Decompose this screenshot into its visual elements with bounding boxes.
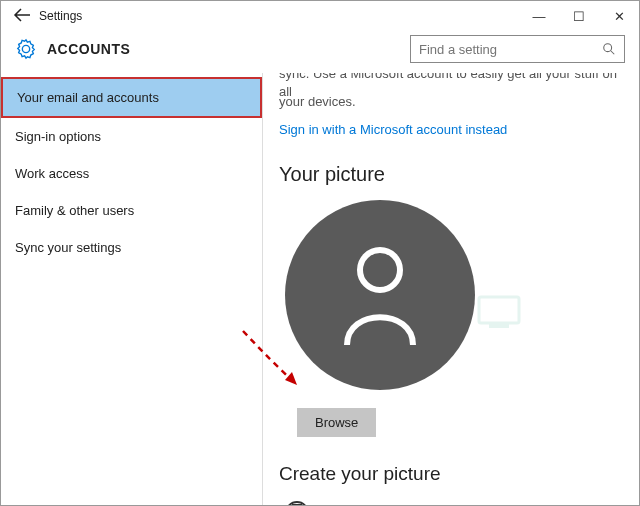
page-title: ACCOUNTS — [47, 41, 130, 57]
sidebar-item-sync-settings[interactable]: Sync your settings — [1, 229, 262, 266]
body: Your email and accounts Sign-in options … — [1, 73, 639, 506]
sidebar-item-label: Family & other users — [15, 203, 134, 218]
close-button[interactable]: ✕ — [599, 1, 639, 31]
settings-window: Settings — ☐ ✕ ACCOUNTS Your email and a… — [0, 0, 640, 506]
search-input[interactable] — [419, 42, 602, 57]
content-pane: sync. Use a Microsoft account to easily … — [263, 73, 639, 506]
person-icon — [335, 240, 425, 350]
avatar-container — [279, 200, 619, 390]
svg-line-1 — [611, 51, 615, 55]
your-picture-heading: Your picture — [279, 163, 619, 186]
camera-icon — [283, 499, 311, 506]
svg-point-0 — [604, 44, 612, 52]
create-picture-heading: Create your picture — [279, 463, 619, 485]
sidebar-item-label: Work access — [15, 166, 89, 181]
browse-button[interactable]: Browse — [297, 408, 376, 437]
header: ACCOUNTS — [1, 31, 639, 73]
search-box[interactable] — [410, 35, 625, 63]
sidebar-item-label: Your email and accounts — [17, 90, 159, 105]
sidebar-item-signin-options[interactable]: Sign-in options — [1, 118, 262, 155]
sidebar-item-email-accounts[interactable]: Your email and accounts — [1, 77, 262, 118]
sidebar-item-label: Sign-in options — [15, 129, 101, 144]
sidebar-item-label: Sync your settings — [15, 240, 121, 255]
sidebar: Your email and accounts Sign-in options … — [1, 73, 263, 506]
signin-microsoft-link[interactable]: Sign in with a Microsoft account instead — [279, 122, 619, 137]
search-icon — [602, 42, 616, 56]
camera-option[interactable]: Camera — [283, 499, 619, 506]
svg-point-2 — [360, 250, 400, 290]
window-title: Settings — [39, 9, 82, 23]
sidebar-item-work-access[interactable]: Work access — [1, 155, 262, 192]
maximize-button[interactable]: ☐ — [559, 1, 599, 31]
avatar-placeholder — [285, 200, 475, 390]
back-button[interactable] — [7, 6, 39, 27]
minimize-button[interactable]: — — [519, 1, 559, 31]
partial-text-line2: your devices. — [279, 93, 619, 111]
gear-icon — [15, 38, 37, 60]
sidebar-item-family-users[interactable]: Family & other users — [1, 192, 262, 229]
titlebar: Settings — ☐ ✕ — [1, 1, 639, 31]
window-controls: — ☐ ✕ — [519, 1, 639, 31]
